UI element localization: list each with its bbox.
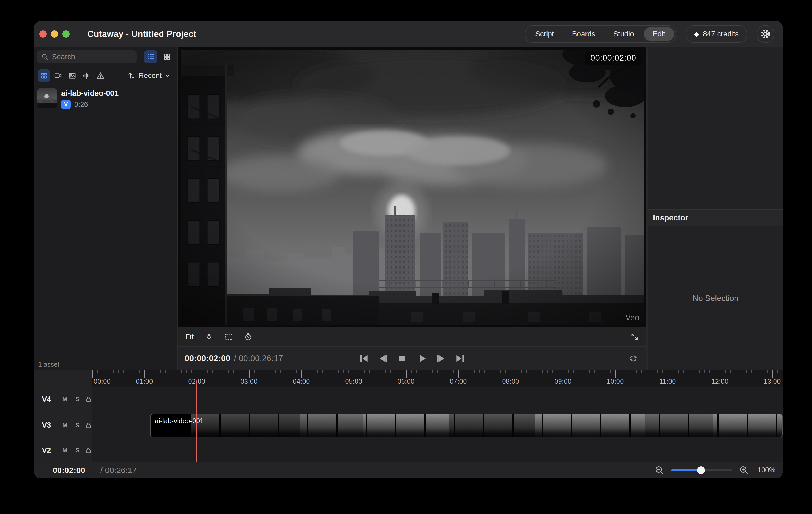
timer-icon[interactable]	[244, 333, 252, 341]
timeline-zoom-controls: 100%	[655, 465, 775, 475]
filter-row: Recent	[34, 66, 177, 85]
chevron-down-icon	[164, 73, 171, 79]
filter-image-button[interactable]	[66, 69, 79, 82]
ruler-label: 13:00	[763, 378, 781, 385]
zoom-button[interactable]	[62, 30, 69, 38]
slider-thumb[interactable]	[697, 466, 705, 474]
zoom-out-button[interactable]	[655, 465, 664, 475]
mute-button[interactable]: M	[59, 422, 71, 429]
tab-studio[interactable]: Studio	[604, 26, 643, 42]
mute-button[interactable]: M	[59, 395, 71, 403]
track-row-v4: V4 M S	[34, 387, 783, 412]
ruler-label: 03:00	[240, 378, 257, 385]
mute-button[interactable]: M	[59, 447, 71, 454]
view-toggle	[144, 50, 174, 63]
zoom-stepper-icon[interactable]	[205, 333, 213, 341]
loop-toggle[interactable]	[628, 346, 638, 371]
tab-edit[interactable]: Edit	[644, 27, 674, 41]
asset-name: ai-lab-video-001	[61, 89, 118, 97]
credits-badge[interactable]: ◆ 847 credits	[686, 25, 747, 43]
lock-icon[interactable]	[85, 447, 92, 454]
solo-button[interactable]: S	[71, 447, 84, 454]
track-header-v2: V2 M S	[34, 439, 92, 462]
fullscreen-expand-icon[interactable]	[631, 333, 639, 341]
timeline-clip[interactable]: ai-lab-video-001	[150, 414, 783, 437]
traffic-lights	[39, 30, 69, 38]
lock-icon[interactable]	[85, 395, 92, 403]
filmstrip-shade	[645, 414, 713, 437]
filter-all-button[interactable]	[38, 69, 50, 82]
inspector-upper-area	[648, 47, 783, 209]
stop-button[interactable]	[396, 352, 408, 365]
tab-boards[interactable]: Boards	[563, 26, 604, 42]
filter-video-button[interactable]	[52, 69, 64, 82]
zoom-in-button[interactable]	[739, 465, 749, 475]
clip-filmstrip	[190, 414, 782, 437]
sort-arrows-icon	[127, 72, 136, 80]
inspector-header: Inspector	[648, 209, 783, 226]
solo-button[interactable]: S	[71, 395, 84, 403]
asset-subline: V 0:26	[61, 100, 118, 109]
page-title: Cutaway - Untitled Project	[87, 29, 197, 39]
video-frame	[180, 50, 643, 324]
warning-icon	[96, 72, 105, 80]
filmstrip-shade	[300, 414, 362, 437]
desktop-background: Cutaway - Untitled Project Script Boards…	[0, 0, 812, 514]
asset-sidebar: Recent	[34, 47, 177, 370]
solo-button[interactable]: S	[71, 422, 84, 429]
fit-zoom-select[interactable]: Fit	[185, 333, 194, 341]
loop-icon	[628, 353, 638, 364]
image-icon	[68, 72, 76, 80]
list-view-button[interactable]	[144, 50, 157, 63]
status-current-time: 00:02:00	[53, 466, 85, 475]
transport-controls	[357, 346, 466, 371]
slider-fill	[671, 469, 701, 472]
settings-button[interactable]	[757, 25, 774, 43]
search-row	[34, 47, 177, 66]
sort-control[interactable]: Recent	[127, 72, 171, 80]
ruler-label: 11:00	[659, 378, 676, 385]
list-view-icon	[147, 53, 154, 61]
track-lane-v3[interactable]: ai-lab-video-001	[92, 411, 783, 439]
filter-error-button[interactable]	[94, 69, 107, 82]
skip-end-button[interactable]	[455, 352, 466, 365]
play-button[interactable]	[416, 352, 428, 365]
veo-watermark: Veo	[626, 313, 639, 322]
skip-start-button[interactable]	[357, 352, 370, 365]
timeline-zoom-slider[interactable]	[671, 466, 732, 474]
frame-back-button[interactable]	[377, 352, 389, 365]
filmstrip-shade	[449, 414, 535, 437]
close-button[interactable]	[39, 30, 47, 38]
track-lane-v2[interactable]	[92, 439, 783, 462]
frame-forward-button[interactable]	[435, 352, 447, 365]
zoom-out-icon	[655, 465, 664, 475]
ruler-label: 00:00	[94, 378, 111, 385]
tab-script[interactable]: Script	[526, 26, 563, 42]
filmstrip-shade	[190, 414, 300, 437]
status-timecode: 00:02:00 / 00:26:17	[34, 466, 137, 475]
minimize-button[interactable]	[51, 30, 58, 38]
track-lane-v4[interactable]	[92, 387, 783, 411]
timeline-ruler[interactable]: 00:00 01:00 02:00 03:00 04:00 05:00 06:0…	[92, 370, 783, 387]
search-box[interactable]	[37, 50, 137, 63]
filter-audio-button[interactable]	[80, 69, 93, 82]
ruler-label: 05:00	[345, 378, 362, 385]
ruler-label: 12:00	[711, 378, 728, 385]
list-item[interactable]: ai-lab-video-001 V 0:26	[34, 85, 177, 112]
marquee-select-icon[interactable]	[225, 333, 233, 341]
viewer-toolbar: Fit	[178, 327, 646, 346]
grid-view-button[interactable]	[160, 50, 174, 63]
video-preview[interactable]: 00:00:02:00 Veo	[178, 47, 646, 327]
asset-thumbnail	[37, 88, 57, 108]
header-actions: Script Boards Studio Edit ◆ 847 credits	[525, 25, 774, 43]
ruler-label: 10:00	[607, 378, 624, 385]
main-content: Recent	[34, 47, 783, 370]
lock-icon[interactable]	[85, 422, 92, 429]
credits-label: 847 credits	[703, 30, 739, 38]
playhead[interactable]	[197, 380, 197, 462]
timeline-corner	[34, 370, 92, 387]
search-input[interactable]	[51, 52, 133, 61]
zoom-percentage: 100%	[755, 466, 775, 474]
track-row-v3: ai-lab-video-001 V3 M S	[34, 411, 783, 439]
ruler-label: 07:00	[450, 378, 467, 385]
